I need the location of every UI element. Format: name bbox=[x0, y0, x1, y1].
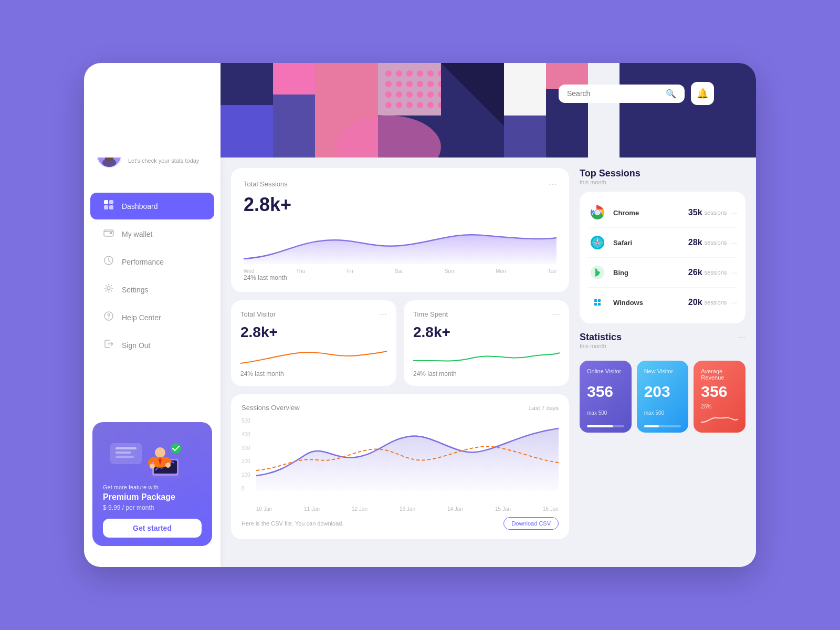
svg-point-8 bbox=[385, 70, 392, 77]
sidebar-item-label: Performance bbox=[122, 258, 164, 266]
svg-point-9 bbox=[396, 70, 402, 77]
svg-point-21 bbox=[396, 91, 402, 98]
chrome-menu[interactable]: ··· bbox=[731, 208, 737, 217]
download-bar: Here is the CSV file. You can download. … bbox=[242, 517, 559, 530]
svg-point-27 bbox=[396, 102, 402, 108]
statistics-menu[interactable]: ··· bbox=[738, 332, 746, 343]
safari-count: 28k bbox=[688, 238, 702, 247]
windows-name: Windows bbox=[613, 299, 688, 307]
svg-point-14 bbox=[385, 81, 392, 87]
get-started-button[interactable]: Get started bbox=[103, 519, 202, 538]
browser-row-chrome: Chrome 35k sessions ··· bbox=[588, 198, 737, 228]
download-csv-button[interactable]: Download CSV bbox=[503, 517, 559, 530]
svg-rect-47 bbox=[109, 205, 113, 209]
premium-illustration bbox=[103, 433, 202, 480]
svg-rect-43 bbox=[105, 158, 113, 161]
svg-rect-34 bbox=[504, 63, 546, 116]
sidebar-item-signout[interactable]: Sign Out bbox=[90, 332, 214, 359]
total-sessions-sub: 24% last month bbox=[244, 274, 556, 281]
overview-title: Sessions Overview bbox=[242, 404, 300, 412]
svg-rect-78 bbox=[594, 299, 597, 302]
stat-cards-row: Online Visitor 356 max 500 New Visitor 2… bbox=[580, 361, 746, 433]
new-visitor-card: New Visitor 203 max 500 bbox=[637, 361, 689, 433]
total-sessions-chart bbox=[244, 222, 556, 264]
bing-menu[interactable]: ··· bbox=[731, 268, 737, 277]
svg-point-15 bbox=[396, 81, 402, 87]
header-search-area: 🔍 🔔 bbox=[559, 82, 714, 105]
top-sessions-sub: this month bbox=[580, 179, 746, 185]
svg-rect-35 bbox=[504, 116, 546, 158]
svg-rect-55 bbox=[116, 447, 136, 449]
x-axis-labels: 10 Jan 11 Jan 12 Jan 13 Jan 14 Jan 15 Ja… bbox=[256, 506, 559, 512]
windows-icon bbox=[588, 293, 607, 312]
total-sessions-header: Total Sessions ··· bbox=[244, 178, 556, 190]
svg-point-20 bbox=[385, 91, 392, 98]
date-range: Last 7 days bbox=[529, 405, 559, 411]
sidebar-item-label: Sign Out bbox=[122, 341, 150, 350]
safari-unit: sessions bbox=[705, 239, 727, 246]
sessions-overview-card: Sessions Overview Last 7 days 500 400 30… bbox=[231, 394, 569, 539]
performance-icon bbox=[103, 255, 114, 268]
svg-rect-45 bbox=[109, 200, 113, 204]
svg-point-11 bbox=[417, 70, 423, 77]
small-cards-row: Total Visitor ··· 2.8k+ 24% last month T… bbox=[231, 300, 569, 386]
search-input[interactable] bbox=[567, 89, 662, 98]
bing-icon bbox=[588, 263, 607, 282]
svg-rect-80 bbox=[594, 303, 597, 306]
svg-rect-57 bbox=[116, 456, 134, 458]
statistics-sub: this month bbox=[580, 343, 622, 349]
total-visitor-menu[interactable]: ··· bbox=[379, 309, 387, 320]
svg-rect-44 bbox=[104, 200, 108, 204]
svg-point-61 bbox=[155, 447, 165, 458]
online-visitor-title: Online Visitor bbox=[587, 368, 624, 374]
bing-unit: sessions bbox=[705, 269, 727, 276]
windows-menu[interactable]: ··· bbox=[731, 298, 737, 307]
avg-revenue-number: 356 bbox=[701, 383, 738, 401]
new-visitor-sub: max 500 bbox=[644, 410, 681, 416]
chart-inner bbox=[256, 418, 559, 502]
svg-point-64 bbox=[150, 464, 155, 469]
svg-point-24 bbox=[427, 91, 434, 98]
sidebar-item-settings[interactable]: Settings bbox=[90, 276, 214, 303]
svg-point-70 bbox=[595, 211, 600, 215]
online-visitor-sub: max 500 bbox=[587, 410, 624, 416]
sidebar-item-help[interactable]: Help Center bbox=[90, 304, 214, 331]
new-visitor-bar-track bbox=[644, 425, 681, 427]
svg-rect-79 bbox=[598, 299, 601, 302]
sidebar-profile: Hello Vash D.S. Let's check your stats t… bbox=[84, 158, 220, 183]
y-axis-labels: 500 400 300 200 100 0 bbox=[242, 418, 250, 491]
total-sessions-value: 2.8k+ bbox=[244, 194, 556, 216]
browser-row-bing: Bing 26k sessions ··· bbox=[588, 258, 737, 288]
total-visitor-sub: 24% last month bbox=[240, 370, 387, 377]
sidebar-item-label: Settings bbox=[122, 286, 149, 294]
notification-button[interactable]: 🔔 bbox=[691, 82, 714, 105]
sidebar: Hello Vash D.S. Let's check your stats t… bbox=[84, 158, 220, 567]
avg-revenue-sub: 26% bbox=[701, 404, 738, 410]
online-visitor-bar-fill bbox=[587, 425, 613, 427]
svg-point-51 bbox=[107, 287, 110, 290]
premium-title: Premium Package bbox=[103, 492, 202, 502]
top-sessions-title: Top Sessions bbox=[580, 168, 746, 179]
svg-rect-56 bbox=[116, 452, 131, 454]
safari-menu[interactable]: ··· bbox=[731, 238, 737, 247]
overview-chart: 500 400 300 200 100 0 bbox=[242, 418, 559, 502]
signout-icon bbox=[103, 339, 114, 352]
chrome-icon bbox=[588, 203, 607, 222]
svg-point-10 bbox=[406, 70, 413, 77]
sidebar-item-dashboard[interactable]: Dashboard bbox=[90, 193, 214, 219]
browser-row-safari: Safari 28k sessions ··· bbox=[588, 228, 737, 258]
sidebar-item-label: My wallet bbox=[122, 230, 152, 238]
center-content: Total Sessions ··· 2.8k+ bbox=[220, 158, 578, 567]
sidebar-item-performance[interactable]: Performance bbox=[90, 248, 214, 275]
sidebar-item-wallet[interactable]: My wallet bbox=[90, 220, 214, 247]
safari-icon bbox=[588, 233, 607, 252]
total-sessions-menu[interactable]: ··· bbox=[549, 178, 556, 190]
windows-unit: sessions bbox=[705, 299, 727, 306]
safari-name: Safari bbox=[613, 239, 688, 247]
svg-rect-0 bbox=[84, 63, 220, 158]
time-spent-menu[interactable]: ··· bbox=[552, 309, 560, 320]
avg-revenue-title: Average Revenue bbox=[701, 368, 738, 381]
new-visitor-title: New Visitor bbox=[644, 368, 681, 374]
total-visitor-card: Total Visitor ··· 2.8k+ 24% last month bbox=[231, 300, 396, 386]
search-box[interactable]: 🔍 bbox=[559, 85, 685, 103]
